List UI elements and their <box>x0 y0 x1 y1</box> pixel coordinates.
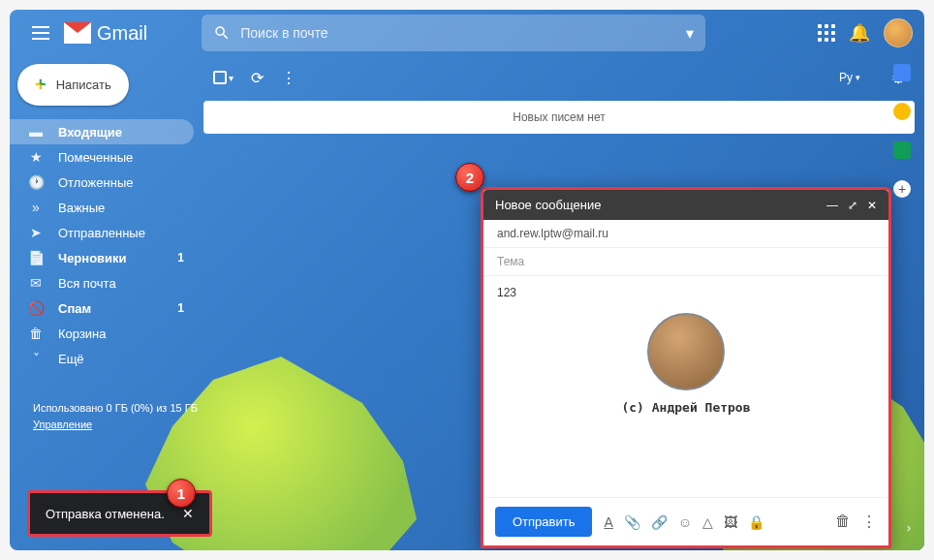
keep-icon[interactable] <box>893 103 911 120</box>
nav-icon: ➤ <box>27 225 45 240</box>
nav-icon: » <box>27 200 45 215</box>
sidebar-item-8[interactable]: 🗑Корзина <box>10 321 194 346</box>
nav-icon: 🗑 <box>27 326 45 341</box>
signature-image <box>647 313 725 390</box>
expand-sidepanel-icon[interactable]: › <box>907 521 911 535</box>
product-name: Gmail <box>97 22 147 45</box>
drive-icon[interactable]: △ <box>702 514 713 530</box>
gmail-logo[interactable]: Gmail <box>64 22 147 45</box>
fullscreen-icon[interactable]: ⤢ <box>848 199 857 212</box>
attach-icon[interactable]: 📎 <box>624 514 640 530</box>
send-button[interactable]: Отправить <box>495 507 592 537</box>
photo-icon[interactable]: 🖼 <box>724 514 737 530</box>
compose-window: Новое сообщение — ⤢ ✕ and.rew.lptw@mail.… <box>481 187 891 548</box>
input-language[interactable]: Ру▾ <box>839 71 860 84</box>
sidebar: + Написать ▬Входящие★Помеченные🕐Отложенн… <box>10 56 203 550</box>
minimize-icon[interactable]: — <box>826 199 838 212</box>
sidebar-item-4[interactable]: ➤Отправленные <box>10 220 194 245</box>
storage-info: Использовано 0 ГБ (0%) из 15 ГБ Управлен… <box>10 400 203 432</box>
calendar-icon[interactable] <box>893 64 911 81</box>
formatting-icon[interactable]: A <box>604 514 612 530</box>
sidebar-item-1[interactable]: ★Помеченные <box>10 144 194 170</box>
google-apps-icon[interactable] <box>818 24 835 42</box>
main-menu-button[interactable] <box>21 14 60 52</box>
account-avatar[interactable] <box>884 18 913 47</box>
compose-footer: Отправить A 📎 🔗 ☺ △ 🖼 🔒 🗑 ⋮ <box>483 497 888 545</box>
sidebar-item-6[interactable]: ✉Вся почта <box>10 270 194 296</box>
nav-icon: ★ <box>27 149 45 165</box>
toast-message: Отправка отменена. <box>46 507 165 521</box>
nav-icon: ✉ <box>27 275 45 291</box>
search-input[interactable] <box>240 25 676 41</box>
message-body[interactable]: 123 (с) Андрей Петров <box>483 276 888 497</box>
empty-inbox-message: Новых писем нет <box>203 101 915 134</box>
compose-header[interactable]: Новое сообщение — ⤢ ✕ <box>483 190 888 220</box>
side-panel <box>893 64 911 198</box>
notifications-icon[interactable]: 🔔 <box>849 22 870 44</box>
compose-button[interactable]: + Написать <box>17 64 129 106</box>
plus-icon: + <box>35 74 47 96</box>
sidebar-item-7[interactable]: 🚫Спам1 <box>10 296 194 321</box>
discard-icon[interactable]: 🗑 <box>835 513 851 531</box>
subject-field[interactable]: Тема <box>483 248 888 276</box>
compose-more-icon[interactable]: ⋮ <box>861 513 877 531</box>
nav-icon: 🚫 <box>27 300 45 316</box>
annotation-marker-1: 1 <box>167 479 196 508</box>
recipient-field[interactable]: and.rew.lptw@mail.ru <box>483 220 888 248</box>
nav-icon: ▬ <box>27 124 45 140</box>
signature-text: (с) Андрей Петров <box>497 400 875 415</box>
close-icon[interactable]: ✕ <box>867 199 877 212</box>
link-icon[interactable]: 🔗 <box>651 514 668 530</box>
sidebar-item-2[interactable]: 🕐Отложенные <box>10 170 194 195</box>
sidebar-item-5[interactable]: 📄Черновики1 <box>10 245 194 270</box>
annotation-marker-2: 2 <box>455 163 484 192</box>
nav-icon: 🕐 <box>27 174 45 190</box>
refresh-icon[interactable]: ⟳ <box>251 69 264 87</box>
sidebar-item-3[interactable]: »Важные <box>10 195 194 220</box>
mail-toolbar: ▾ ⟳ ⋮ Ру▾ ⚙ <box>203 60 915 95</box>
sidebar-item-0[interactable]: ▬Входящие <box>10 119 194 144</box>
search-options-dropdown[interactable]: ▾ <box>686 24 694 43</box>
select-all-checkbox[interactable]: ▾ <box>213 71 234 84</box>
toast-close-icon[interactable]: ✕ <box>182 506 194 521</box>
storage-manage-link[interactable]: Управление <box>33 417 203 433</box>
search-bar[interactable]: ▾ <box>202 15 705 51</box>
nav-icon: ˅ <box>27 351 45 366</box>
sidebar-item-9[interactable]: ˅Ещё <box>10 346 194 371</box>
tasks-icon[interactable] <box>893 141 911 159</box>
more-icon[interactable]: ⋮ <box>281 69 296 87</box>
nav-icon: 📄 <box>27 250 45 265</box>
emoji-icon[interactable]: ☺ <box>678 514 692 530</box>
search-icon <box>213 24 231 42</box>
confidential-icon[interactable]: 🔒 <box>748 514 764 530</box>
addons-icon[interactable] <box>893 180 911 198</box>
app-header: Gmail ▾ 🔔 <box>10 10 924 56</box>
